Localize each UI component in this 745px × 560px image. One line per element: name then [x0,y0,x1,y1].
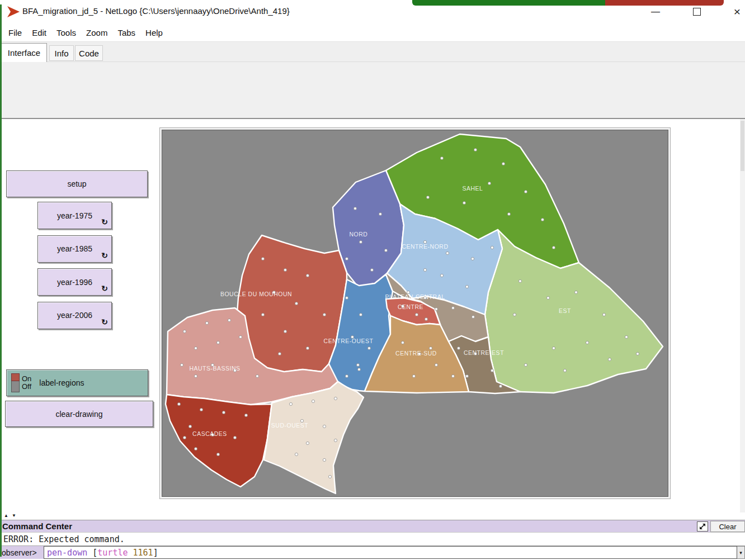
town-dot [177,402,180,405]
map-region-label: HAUTS-BASSINS [189,365,240,372]
command-token: pen-down [47,548,92,558]
map-region-label: CASCADES [192,430,227,437]
year-1985-button[interactable]: year-1985↻ [37,235,112,263]
map-region-label: SAHEL [463,185,483,192]
command-token: 1161 [128,548,153,558]
town-dot [379,212,381,215]
menu-item-tabs[interactable]: Tabs [112,26,140,40]
switch-toggle-icon [11,373,20,392]
town-dot [357,368,360,371]
world-view[interactable]: SAHELESTNORDCENTRE-NORDBOUCLE DU MOUHOUN… [159,127,671,499]
town-dot [180,363,183,366]
town-dot [194,374,197,377]
minimize-icon: — [651,7,660,17]
town-dot [425,317,427,320]
close-icon: × [734,5,741,18]
label-regions-switch[interactable]: On Off label-regions [6,369,148,396]
capture-progress-red [605,0,724,6]
year-2006-button[interactable]: year-2006↻ [37,302,112,329]
town-dot [451,374,454,377]
capture-edge-strip [0,4,2,557]
town-dot [359,313,362,316]
town-dot [471,257,474,260]
town-dot [518,279,521,282]
command-center-expand-button[interactable] [697,521,708,531]
map-svg: SAHELESTNORDCENTRE-NORDBOUCLE DU MOUHOUN… [162,130,669,497]
menu-item-file[interactable]: File [3,26,27,40]
command-token: turtle [97,548,128,558]
town-dot [502,162,504,165]
town-dot [205,321,208,324]
town-dot [289,402,292,405]
forever-icon: ↻ [101,251,108,260]
town-dot [370,268,373,271]
minimize-button[interactable]: — [643,3,668,20]
setup-button[interactable]: setup [6,170,148,197]
splitter-down-icon[interactable]: ▼ [12,513,16,518]
year-1996-button[interactable]: year-1996↻ [37,268,112,296]
splitter-up-icon[interactable]: ▲ [4,513,8,518]
town-dot [429,347,432,349]
command-center-splitter: ▲ ▼ [0,512,745,520]
capture-progress-green [412,0,605,6]
town-dot [261,313,264,316]
tab-interface[interactable]: Interface [1,43,47,62]
year-2006-label: year-2006 [57,311,92,320]
town-dot [465,285,468,288]
town-dot [233,436,236,439]
command-center-clear-button[interactable]: Clear [710,521,745,532]
town-dot [306,347,309,349]
year-1975-button[interactable]: year-1975↻ [37,202,112,229]
town-dot [295,302,298,305]
close-button[interactable]: × [725,3,745,20]
town-dot [323,425,326,428]
town-dot [306,274,309,277]
forever-icon: ↻ [101,317,108,326]
map-region-label: PLATEAU-CENTRAL [385,293,445,300]
town-dot [194,447,197,450]
command-center-input-row: observer> pen-down [turtle 1161] ▾ [0,545,745,559]
clear-button-label: Clear [719,523,736,531]
town-dot [367,347,370,349]
town-dot [323,458,326,461]
command-center-header: Command Center Clear [0,520,745,532]
command-history-button[interactable]: ▾ [737,546,745,559]
clear-drawing-button[interactable]: clear-drawing [5,401,153,427]
command-input[interactable]: pen-down [turtle 1161] [44,546,737,559]
map-region-label: SUD-OUEST [271,422,308,429]
town-dot [457,347,460,349]
town-dot [239,335,242,338]
town-dot [636,352,639,355]
error-text: ERROR: Expected command. [3,534,125,544]
maximize-button[interactable] [685,3,709,20]
menu-item-zoom[interactable]: Zoom [81,26,112,40]
tab-code[interactable]: Code [75,45,103,61]
tab-info[interactable]: Info [49,45,74,61]
town-dot [323,313,326,316]
town-dot [401,341,404,344]
label-regions-label: label-regions [39,378,84,387]
town-dot [334,397,337,400]
town-dot [261,257,264,260]
command-token: ] [153,548,158,558]
clear-drawing-label: clear-drawing [55,410,102,419]
town-dot [284,268,286,271]
town-dot [524,363,527,366]
menu-item-edit[interactable]: Edit [27,26,51,40]
command-token: [ [92,548,97,558]
scrollbar-thumb[interactable] [741,121,744,171]
town-dot [353,207,356,210]
command-center-title: Command Center [2,521,72,531]
year-1985-label: year-1985 [57,244,92,253]
town-dot [216,453,219,455]
interface-area: setup year-1975↻year-1985↻year-1996↻year… [0,119,745,521]
menu-item-tools[interactable]: Tools [51,26,81,40]
town-dot [602,313,605,316]
tab-strip: InterfaceInfoCode [0,42,745,62]
switch-onoff-labels: On Off [22,375,31,391]
vertical-scrollbar[interactable] [740,119,745,521]
menu-item-help[interactable]: Help [140,26,168,40]
town-dot [222,411,225,414]
town-dot [440,156,443,159]
town-dot [541,218,544,221]
